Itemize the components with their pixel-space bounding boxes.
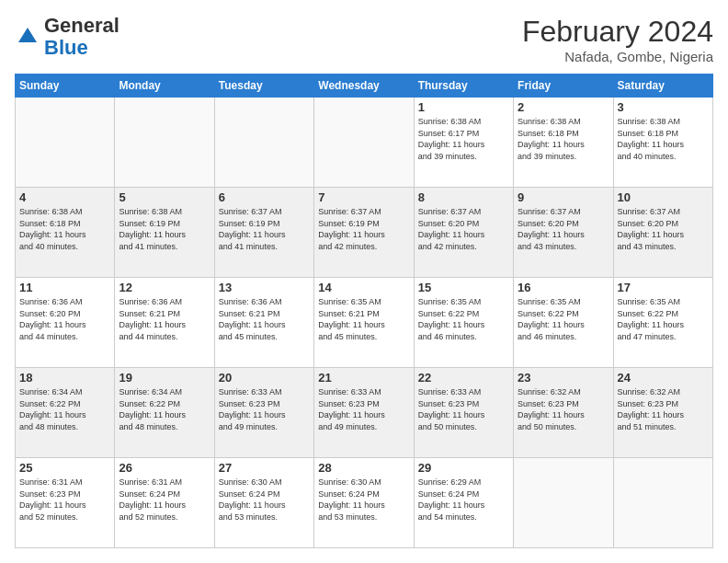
calendar-cell: 9Sunrise: 6:37 AM Sunset: 6:20 PM Daylig… bbox=[514, 188, 613, 278]
title-block: February 2024 Nafada, Gombe, Nigeria bbox=[522, 15, 713, 64]
sub-title: Nafada, Gombe, Nigeria bbox=[522, 49, 713, 64]
day-info: Sunrise: 6:35 AM Sunset: 6:22 PM Dayligh… bbox=[518, 296, 609, 342]
calendar-table: SundayMondayTuesdayWednesdayThursdayFrid… bbox=[15, 74, 713, 548]
calendar-week-row: 4Sunrise: 6:38 AM Sunset: 6:18 PM Daylig… bbox=[16, 188, 713, 278]
calendar-cell: 8Sunrise: 6:37 AM Sunset: 6:20 PM Daylig… bbox=[414, 188, 513, 278]
logo-general-text: General bbox=[44, 14, 119, 37]
day-number: 19 bbox=[119, 371, 210, 385]
calendar-day-header: Thursday bbox=[414, 75, 513, 98]
day-number: 14 bbox=[318, 281, 409, 294]
day-number: 16 bbox=[518, 281, 609, 294]
day-info: Sunrise: 6:38 AM Sunset: 6:18 PM Dayligh… bbox=[618, 116, 709, 162]
day-info: Sunrise: 6:37 AM Sunset: 6:20 PM Dayligh… bbox=[518, 206, 609, 252]
day-info: Sunrise: 6:31 AM Sunset: 6:24 PM Dayligh… bbox=[119, 477, 210, 523]
day-info: Sunrise: 6:32 AM Sunset: 6:23 PM Dayligh… bbox=[618, 386, 709, 432]
day-info: Sunrise: 6:35 AM Sunset: 6:22 PM Dayligh… bbox=[418, 296, 509, 342]
day-info: Sunrise: 6:32 AM Sunset: 6:23 PM Dayligh… bbox=[518, 386, 609, 432]
calendar-cell: 27Sunrise: 6:30 AM Sunset: 6:24 PM Dayli… bbox=[214, 458, 313, 548]
day-info: Sunrise: 6:38 AM Sunset: 6:17 PM Dayligh… bbox=[418, 116, 509, 162]
calendar-day-header: Friday bbox=[514, 75, 613, 98]
calendar-week-row: 11Sunrise: 6:36 AM Sunset: 6:20 PM Dayli… bbox=[16, 278, 713, 368]
day-number: 18 bbox=[19, 371, 110, 385]
day-number: 6 bbox=[219, 190, 310, 204]
day-number: 27 bbox=[219, 461, 310, 475]
calendar-cell: 19Sunrise: 6:34 AM Sunset: 6:22 PM Dayli… bbox=[115, 368, 214, 458]
day-number: 15 bbox=[418, 281, 509, 294]
calendar-cell: 14Sunrise: 6:35 AM Sunset: 6:21 PM Dayli… bbox=[314, 278, 414, 368]
logo: General Blue bbox=[15, 15, 119, 59]
calendar-day-header: Saturday bbox=[613, 75, 712, 98]
calendar-cell: 13Sunrise: 6:36 AM Sunset: 6:21 PM Dayli… bbox=[214, 278, 313, 368]
calendar-cell: 26Sunrise: 6:31 AM Sunset: 6:24 PM Dayli… bbox=[115, 458, 214, 548]
calendar-cell: 28Sunrise: 6:30 AM Sunset: 6:24 PM Dayli… bbox=[314, 458, 414, 548]
day-number: 5 bbox=[119, 190, 210, 204]
calendar-cell: 25Sunrise: 6:31 AM Sunset: 6:23 PM Dayli… bbox=[16, 458, 115, 548]
day-info: Sunrise: 6:34 AM Sunset: 6:22 PM Dayligh… bbox=[119, 386, 210, 432]
day-info: Sunrise: 6:38 AM Sunset: 6:18 PM Dayligh… bbox=[19, 206, 110, 252]
day-number: 11 bbox=[19, 281, 110, 294]
svg-rect-1 bbox=[24, 37, 31, 42]
day-number: 22 bbox=[418, 371, 509, 385]
calendar-cell bbox=[314, 98, 414, 188]
day-number: 26 bbox=[119, 461, 210, 475]
day-number: 3 bbox=[618, 100, 709, 114]
day-info: Sunrise: 6:38 AM Sunset: 6:18 PM Dayligh… bbox=[518, 116, 609, 162]
main-title: February 2024 bbox=[522, 15, 713, 49]
day-number: 25 bbox=[19, 461, 110, 475]
day-info: Sunrise: 6:37 AM Sunset: 6:19 PM Dayligh… bbox=[219, 206, 310, 252]
day-number: 10 bbox=[618, 190, 709, 204]
day-number: 29 bbox=[418, 461, 509, 475]
day-number: 28 bbox=[318, 461, 409, 475]
day-number: 1 bbox=[418, 100, 509, 114]
calendar-cell: 16Sunrise: 6:35 AM Sunset: 6:22 PM Dayli… bbox=[514, 278, 613, 368]
day-number: 20 bbox=[219, 371, 310, 385]
calendar-cell: 18Sunrise: 6:34 AM Sunset: 6:22 PM Dayli… bbox=[16, 368, 115, 458]
calendar-cell: 23Sunrise: 6:32 AM Sunset: 6:23 PM Dayli… bbox=[514, 368, 613, 458]
calendar-cell bbox=[613, 458, 712, 548]
calendar-cell: 20Sunrise: 6:33 AM Sunset: 6:23 PM Dayli… bbox=[214, 368, 313, 458]
header: General Blue February 2024 Nafada, Gombe… bbox=[15, 15, 713, 64]
day-info: Sunrise: 6:30 AM Sunset: 6:24 PM Dayligh… bbox=[318, 477, 409, 523]
day-info: Sunrise: 6:31 AM Sunset: 6:23 PM Dayligh… bbox=[19, 477, 110, 523]
day-number: 13 bbox=[219, 281, 310, 294]
calendar-day-header: Wednesday bbox=[314, 75, 414, 98]
calendar-week-row: 18Sunrise: 6:34 AM Sunset: 6:22 PM Dayli… bbox=[16, 368, 713, 458]
calendar-header-row: SundayMondayTuesdayWednesdayThursdayFrid… bbox=[16, 75, 713, 98]
day-info: Sunrise: 6:36 AM Sunset: 6:21 PM Dayligh… bbox=[119, 296, 210, 342]
calendar-cell: 17Sunrise: 6:35 AM Sunset: 6:22 PM Dayli… bbox=[613, 278, 712, 368]
calendar-day-header: Sunday bbox=[16, 75, 115, 98]
day-number: 21 bbox=[318, 371, 409, 385]
day-number: 7 bbox=[318, 190, 409, 204]
calendar-cell: 1Sunrise: 6:38 AM Sunset: 6:17 PM Daylig… bbox=[414, 98, 513, 188]
day-info: Sunrise: 6:35 AM Sunset: 6:21 PM Dayligh… bbox=[318, 296, 409, 342]
calendar-week-row: 25Sunrise: 6:31 AM Sunset: 6:23 PM Dayli… bbox=[16, 458, 713, 548]
calendar-cell bbox=[115, 98, 214, 188]
calendar-cell: 10Sunrise: 6:37 AM Sunset: 6:20 PM Dayli… bbox=[613, 188, 712, 278]
page: General Blue February 2024 Nafada, Gombe… bbox=[0, 0, 728, 563]
day-info: Sunrise: 6:37 AM Sunset: 6:20 PM Dayligh… bbox=[418, 206, 509, 252]
day-number: 12 bbox=[119, 281, 210, 294]
day-info: Sunrise: 6:36 AM Sunset: 6:20 PM Dayligh… bbox=[19, 296, 110, 342]
day-info: Sunrise: 6:37 AM Sunset: 6:19 PM Dayligh… bbox=[318, 206, 409, 252]
calendar-cell: 3Sunrise: 6:38 AM Sunset: 6:18 PM Daylig… bbox=[613, 98, 712, 188]
day-info: Sunrise: 6:33 AM Sunset: 6:23 PM Dayligh… bbox=[418, 386, 509, 432]
calendar-cell: 7Sunrise: 6:37 AM Sunset: 6:19 PM Daylig… bbox=[314, 188, 414, 278]
calendar-cell: 5Sunrise: 6:38 AM Sunset: 6:19 PM Daylig… bbox=[115, 188, 214, 278]
calendar-cell: 29Sunrise: 6:29 AM Sunset: 6:24 PM Dayli… bbox=[414, 458, 513, 548]
calendar-cell: 21Sunrise: 6:33 AM Sunset: 6:23 PM Dayli… bbox=[314, 368, 414, 458]
day-info: Sunrise: 6:34 AM Sunset: 6:22 PM Dayligh… bbox=[19, 386, 110, 432]
calendar-cell: 2Sunrise: 6:38 AM Sunset: 6:18 PM Daylig… bbox=[514, 98, 613, 188]
day-info: Sunrise: 6:30 AM Sunset: 6:24 PM Dayligh… bbox=[219, 477, 310, 523]
day-number: 2 bbox=[518, 100, 609, 114]
calendar-cell: 6Sunrise: 6:37 AM Sunset: 6:19 PM Daylig… bbox=[214, 188, 313, 278]
day-info: Sunrise: 6:29 AM Sunset: 6:24 PM Dayligh… bbox=[418, 477, 509, 523]
calendar-cell: 4Sunrise: 6:38 AM Sunset: 6:18 PM Daylig… bbox=[16, 188, 115, 278]
day-info: Sunrise: 6:36 AM Sunset: 6:21 PM Dayligh… bbox=[219, 296, 310, 342]
calendar-cell bbox=[514, 458, 613, 548]
calendar-cell bbox=[16, 98, 115, 188]
calendar-cell: 15Sunrise: 6:35 AM Sunset: 6:22 PM Dayli… bbox=[414, 278, 513, 368]
day-number: 4 bbox=[19, 190, 110, 204]
calendar-cell: 11Sunrise: 6:36 AM Sunset: 6:20 PM Dayli… bbox=[16, 278, 115, 368]
day-info: Sunrise: 6:33 AM Sunset: 6:23 PM Dayligh… bbox=[219, 386, 310, 432]
logo-blue-text: Blue bbox=[44, 36, 88, 59]
